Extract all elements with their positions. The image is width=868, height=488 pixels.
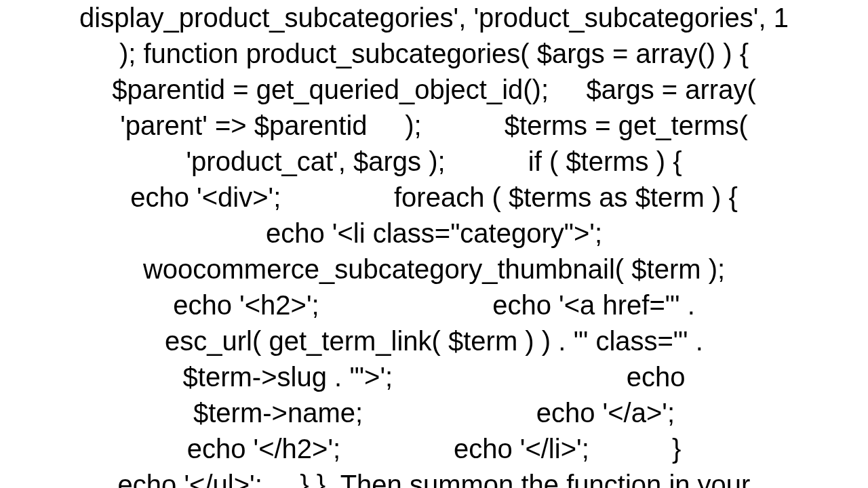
document-page: display_product_subcategories', 'product… <box>0 0 868 488</box>
code-snippet-text: display_product_subcategories', 'product… <box>0 0 868 488</box>
